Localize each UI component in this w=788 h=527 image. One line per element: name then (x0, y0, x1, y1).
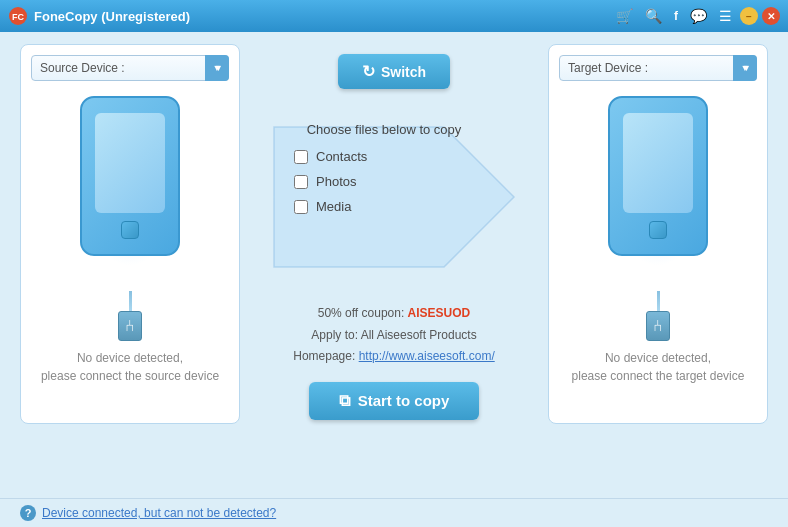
media-checkbox-item: Media (284, 199, 484, 214)
copy-icon: ⧉ (339, 392, 350, 410)
copy-options: Choose files below to copy Contacts Phot… (284, 122, 484, 224)
arrow-area: Choose files below to copy Contacts Phot… (264, 107, 524, 287)
source-device-select[interactable]: Source Device : (31, 55, 229, 81)
target-usb-symbol: ⑃ (653, 318, 663, 334)
photos-checkbox-item: Photos (284, 174, 484, 189)
source-no-device-text: No device detected,please connect the so… (41, 349, 219, 385)
target-phone-illustration (598, 96, 718, 276)
source-phone-home-btn (121, 221, 139, 239)
bottom-link[interactable]: Device connected, but can not be detecte… (42, 506, 276, 520)
close-button[interactable]: ✕ (762, 7, 780, 25)
source-usb-plug: ⑃ (118, 311, 142, 341)
target-no-device-text: No device detected,please connect the ta… (572, 349, 745, 385)
contacts-checkbox[interactable] (294, 150, 308, 164)
source-usb-symbol: ⑃ (125, 318, 135, 334)
target-phone-home-btn (649, 221, 667, 239)
coupon-text: 50% off coupon: (318, 306, 405, 320)
target-device-select[interactable]: Target Device : (559, 55, 757, 81)
chat-icon[interactable]: 💬 (686, 6, 711, 26)
source-select-wrapper: Source Device : (31, 55, 229, 81)
start-copy-label: Start to copy (358, 392, 450, 409)
switch-icon: ↻ (362, 62, 375, 81)
copy-options-title: Choose files below to copy (284, 122, 484, 137)
target-usb-cable: ⑃ (646, 291, 670, 341)
source-phone-body (80, 96, 180, 256)
main-content: Source Device : ⑃ No device detected,ple… (0, 32, 788, 498)
facebook-icon[interactable]: f (670, 7, 682, 25)
svg-text:FC: FC (12, 12, 24, 22)
switch-button[interactable]: ↻ Switch (338, 54, 450, 89)
coupon-line1: 50% off coupon: AISESUOD (293, 303, 494, 325)
minimize-button[interactable]: − (740, 7, 758, 25)
photos-checkbox[interactable] (294, 175, 308, 189)
target-phone-body (608, 96, 708, 256)
source-phone-screen (95, 113, 165, 213)
coupon-line3: Homepage: http://www.aiseesoft.com/ (293, 346, 494, 368)
source-usb-line (129, 291, 132, 311)
contacts-checkbox-item: Contacts (284, 149, 484, 164)
app-logo: FC (8, 6, 28, 26)
target-usb-line (657, 291, 660, 311)
menu-icon[interactable]: ☰ (715, 6, 736, 26)
bottom-bar: ? Device connected, but can not be detec… (0, 498, 788, 527)
start-copy-button[interactable]: ⧉ Start to copy (309, 382, 480, 420)
media-checkbox[interactable] (294, 200, 308, 214)
device-row: Source Device : ⑃ No device detected,ple… (20, 44, 768, 486)
target-usb-plug: ⑃ (646, 311, 670, 341)
media-label[interactable]: Media (316, 199, 351, 214)
photos-label[interactable]: Photos (316, 174, 356, 189)
search-icon[interactable]: 🔍 (641, 6, 666, 26)
coupon-section: 50% off coupon: AISESUOD Apply to: All A… (293, 303, 494, 368)
coupon-code: AISESUOD (408, 306, 471, 320)
contacts-label[interactable]: Contacts (316, 149, 367, 164)
title-bar-controls: 🛒 🔍 f 💬 ☰ − ✕ (612, 6, 780, 26)
coupon-homepage-link[interactable]: http://www.aiseesoft.com/ (359, 349, 495, 363)
title-bar: FC FoneCopy (Unregistered) 🛒 🔍 f 💬 ☰ − ✕ (0, 0, 788, 32)
source-phone-illustration (70, 96, 190, 276)
coupon-line2: Apply to: All Aiseesoft Products (293, 325, 494, 347)
info-icon: ? (20, 505, 36, 521)
switch-label: Switch (381, 64, 426, 80)
cart-icon[interactable]: 🛒 (612, 6, 637, 26)
app-title: FoneCopy (Unregistered) (34, 9, 606, 24)
source-device-panel: Source Device : ⑃ No device detected,ple… (20, 44, 240, 424)
coupon-homepage-label: Homepage: (293, 349, 355, 363)
target-phone-screen (623, 113, 693, 213)
middle-panel: ↻ Switch Choose files below to copy Cont… (250, 44, 538, 420)
target-select-wrapper: Target Device : (559, 55, 757, 81)
target-device-panel: Target Device : ⑃ No device detected,ple… (548, 44, 768, 424)
source-usb-cable: ⑃ (118, 291, 142, 341)
